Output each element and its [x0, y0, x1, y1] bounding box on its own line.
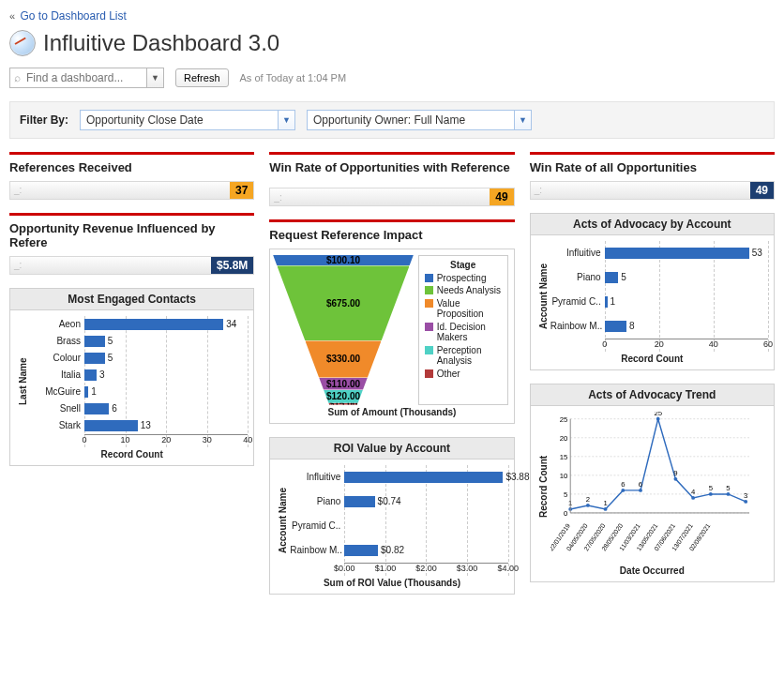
- chart-acts-by-account: Acts of Advocacy by Account Account Name…: [530, 213, 775, 370]
- x-tick: $0.00: [334, 564, 355, 573]
- x-tick: 0: [82, 435, 86, 444]
- chevron-down-icon[interactable]: ▼: [278, 111, 294, 129]
- funnel-slice: $330.00: [305, 340, 381, 377]
- bar-value: 5: [108, 335, 113, 348]
- column-3: Win Rate of all Opportunities _: 49 Acts…: [530, 152, 775, 595]
- metric-win-rate-all: Win Rate of all Opportunities _: 49: [530, 152, 775, 200]
- svg-text:5: 5: [564, 490, 567, 498]
- column-1: References Received _: 37 Opportunity Re…: [9, 152, 254, 479]
- y-axis-label: Record Count: [536, 412, 550, 562]
- title-row: Influitive Dashboard 3.0: [9, 30, 775, 56]
- svg-text:15: 15: [559, 452, 567, 460]
- legend-label: Needs Analysis: [437, 285, 501, 296]
- search-icon: ⌕: [14, 71, 21, 84]
- svg-point-22: [656, 416, 659, 420]
- legend-item: Value Proposition: [425, 298, 502, 320]
- metric-bar: _: 49: [269, 188, 514, 206]
- legend-swatch: [425, 323, 433, 331]
- metric-value: 49: [490, 188, 513, 205]
- metric-value: 37: [230, 182, 253, 199]
- dashboard-gauge-icon: [9, 30, 36, 56]
- metric-sublabel: _:: [535, 182, 542, 199]
- bar-row: Snell6: [30, 400, 248, 417]
- card-title: References Received: [9, 152, 254, 175]
- metric-sublabel: _:: [14, 257, 22, 274]
- svg-text:10: 10: [559, 471, 567, 479]
- legend-label: Value Proposition: [437, 298, 502, 320]
- funnel-slice: $100.10: [273, 255, 414, 266]
- bar-category: Aeon: [30, 319, 84, 329]
- bar-category: Pyramid C..: [290, 520, 344, 531]
- bar-category: Snell: [30, 403, 84, 414]
- find-dashboard-combo[interactable]: ⌕ ▼: [9, 68, 164, 88]
- bar-fill: [84, 319, 223, 330]
- filter-close-date-value: Opportunity Close Date: [86, 113, 204, 127]
- bar-value: 5: [621, 271, 626, 284]
- bar-fill: [344, 496, 374, 507]
- y-axis-label: Account Name: [536, 241, 550, 352]
- bar-row: Rainbow M..8: [550, 314, 768, 339]
- filter-bar: Filter By: Opportunity Close Date ▼ Oppo…: [9, 101, 775, 139]
- toolbar: ⌕ ▼ Refresh As of Today at 1:04 PM: [9, 68, 775, 88]
- x-tick: $4.00: [497, 564, 519, 573]
- chart-acts-trend: Acts of Advocacy Trend Record Count 0510…: [530, 384, 775, 582]
- bar-category: Pyramid C..: [550, 296, 605, 307]
- svg-text:5: 5: [726, 484, 730, 492]
- card-title: Win Rate of Opportunities with Reference: [269, 152, 514, 182]
- legend-item: Needs Analysis: [425, 285, 502, 296]
- legend-label: Perception Analysis: [437, 345, 502, 367]
- svg-point-24: [673, 477, 677, 481]
- metric-value: $5.8M: [211, 257, 253, 274]
- legend-item: Id. Decision Makers: [425, 322, 502, 343]
- bar-row: Piano5: [550, 265, 768, 290]
- metric-value: 49: [750, 182, 774, 199]
- bar-row: Stark13: [30, 417, 248, 434]
- filter-close-date[interactable]: Opportunity Close Date ▼: [80, 110, 295, 130]
- svg-point-26: [691, 496, 695, 500]
- bar-category: Influitive: [550, 248, 605, 258]
- bar-value: 53: [752, 247, 762, 260]
- bar-category: Rainbow M..: [550, 321, 605, 331]
- bar-category: Stark: [30, 420, 84, 430]
- chevron-down-icon[interactable]: ▼: [146, 68, 163, 87]
- funnel-slice: $675.00: [277, 265, 409, 340]
- svg-point-14: [586, 504, 590, 507]
- chart-title: Most Engaged Contacts: [10, 289, 253, 310]
- bar-row: Piano$0.74: [290, 490, 507, 514]
- svg-point-20: [639, 489, 642, 492]
- funnel-slice: $120.00: [324, 390, 363, 403]
- chevron-down-icon[interactable]: ▼: [514, 111, 531, 129]
- bar-value: $0.82: [381, 544, 404, 557]
- svg-point-30: [726, 492, 730, 496]
- find-dashboard-input[interactable]: [24, 69, 146, 86]
- bar-row: Pyramid C..: [290, 514, 507, 538]
- x-tick: 20: [161, 435, 171, 444]
- card-title: Win Rate of all Opportunities: [530, 152, 775, 175]
- refresh-button[interactable]: Refresh: [175, 68, 229, 87]
- bar-fill: [84, 386, 88, 398]
- x-tick: 30: [203, 435, 212, 444]
- bar-row: Rainbow M..$0.82: [290, 538, 507, 563]
- bar-fill: [84, 353, 105, 364]
- bar-category: Piano: [290, 496, 344, 506]
- x-tick: 40: [243, 435, 252, 444]
- funnel-slice: $110.00: [319, 378, 368, 390]
- metric-references-received: References Received _: 37: [9, 152, 254, 200]
- filter-owner-name[interactable]: Opportunity Owner: Full Name ▼: [307, 110, 532, 130]
- x-axis-label: Record Count: [16, 449, 248, 460]
- chevron-left-icon: «: [9, 10, 15, 22]
- bar-fill: [605, 272, 619, 283]
- bar-value: 34: [226, 318, 236, 331]
- bar-value: 13: [141, 419, 151, 432]
- bar-fill: [344, 472, 503, 483]
- chart-request-reference-impact: $100.10$675.00$330.00$110.00$120.00$15.0…: [269, 249, 514, 424]
- legend-swatch: [425, 346, 433, 354]
- chart-title: ROI Value by Account: [270, 438, 513, 460]
- bar-value: 5: [108, 352, 113, 365]
- bar-category: Piano: [550, 272, 605, 282]
- top-nav: « Go to Dashboard List: [9, 9, 775, 23]
- chart-title: Acts of Advocacy by Account: [531, 214, 774, 235]
- dashboard-list-link[interactable]: Go to Dashboard List: [20, 9, 126, 23]
- bar-fill: [605, 321, 626, 332]
- card-title: Opportunity Revenue Influenced by Refere: [9, 213, 254, 250]
